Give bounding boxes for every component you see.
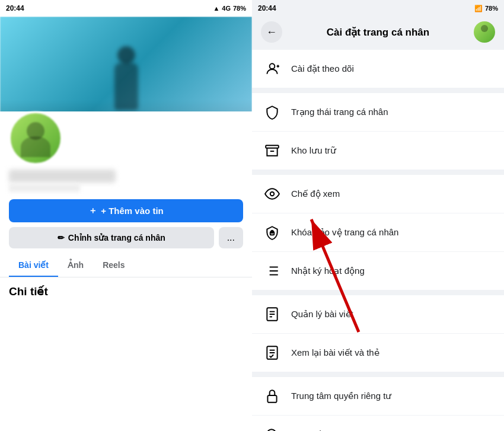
right-wifi-icon: 📶 <box>474 5 483 12</box>
right-panel: 20:44 📶 78% ← Cài đặt trang cá nhân Cài … <box>252 0 504 431</box>
tab-bar: Bài viết Ảnh Reels <box>0 254 252 277</box>
review-posts-label: Xem lại bài viết và thẻ <box>291 347 379 358</box>
divider-4 <box>252 372 504 377</box>
wifi-icon: ▲ <box>213 5 219 12</box>
action-buttons-row: ✏ Chỉnh sửa trang cá nhân ... <box>9 227 243 248</box>
menu-item-storage[interactable]: Kho lưu trữ <box>252 132 504 170</box>
battery-icon: 78% <box>233 5 246 12</box>
network-icon: 4G <box>222 5 231 12</box>
left-status-bar: 20:44 ▲ 4G 78% <box>0 0 252 17</box>
menu-item-profile-status[interactable]: Trạng thái trang cá nhân <box>252 93 504 132</box>
right-status-icons: 📶 78% <box>474 5 498 12</box>
divider-1 <box>252 88 504 93</box>
plus-icon: ＋ <box>88 205 97 216</box>
profile-status-label: Trạng thái trang cá nhân <box>291 107 388 117</box>
profile-name <box>9 170 116 183</box>
search-icon <box>261 424 283 431</box>
svg-rect-3 <box>266 145 279 148</box>
privacy-label: Trung tâm quyền riêng tư <box>291 391 391 401</box>
chinh-sua-label: Chỉnh sửa trang cá nhân <box>68 233 165 242</box>
follow-icon <box>261 58 283 79</box>
right-status-bar: 20:44 📶 78% <box>252 0 504 17</box>
pencil-icon: ✏ <box>58 233 65 242</box>
archive-icon <box>261 140 283 161</box>
menu-item-search[interactable]: Tìm kiếm <box>252 416 504 431</box>
svg-rect-21 <box>267 395 276 403</box>
avatar-container <box>9 111 243 165</box>
tab-anh[interactable]: Ảnh <box>58 254 93 277</box>
storage-label: Kho lưu trữ <box>291 145 336 156</box>
tab-reels[interactable]: Reels <box>93 254 134 277</box>
view-mode-label: Chế độ xem <box>291 189 340 199</box>
document-check-icon <box>261 342 283 363</box>
list-icon <box>261 260 283 282</box>
them-vao-tin-button[interactable]: ＋ + Thêm vào tin <box>9 199 243 222</box>
activity-log-label: Nhật ký hoạt động <box>291 266 365 276</box>
right-time: 20:44 <box>258 4 276 12</box>
manage-posts-label: Quản lý bài viết <box>291 309 353 320</box>
shield-outline-icon <box>261 101 283 123</box>
svg-point-0 <box>270 63 275 69</box>
back-button[interactable]: ← <box>261 21 282 43</box>
menu-item-review-posts[interactable]: Xem lại bài viết và thẻ <box>252 334 504 372</box>
chi-tiet-title: Chi tiết <box>9 285 243 298</box>
header-avatar[interactable] <box>474 21 495 43</box>
them-vao-tin-label: + Thêm vào tin <box>101 206 163 216</box>
menu-item-view-mode[interactable]: Chế độ xem <box>252 175 504 213</box>
left-panel: 20:44 ▲ 4G 78% ＋ + Thêm vào tin ✏ Chỉnh … <box>0 0 252 431</box>
profile-friends <box>9 184 80 192</box>
lock-icon <box>261 385 283 407</box>
tab-bai-viet[interactable]: Bài viết <box>9 254 58 277</box>
menu-item-activity-log[interactable]: Nhật ký hoạt động <box>252 252 504 290</box>
lock-profile-label: Khóa bảo vệ trang cá nhân <box>291 227 398 238</box>
right-battery-icon: 78% <box>485 5 498 12</box>
svg-point-5 <box>270 192 275 196</box>
more-button[interactable]: ... <box>219 227 243 248</box>
menu-item-manage-posts[interactable]: Quản lý bài viết <box>252 295 504 334</box>
back-arrow-icon: ← <box>266 26 277 39</box>
chi-tiet-section: Chi tiết <box>0 277 252 305</box>
menu-list: Cài đặt theo dõi Trạng thái trang cá nhâ… <box>252 50 504 431</box>
menu-item-follow-settings[interactable]: Cài đặt theo dõi <box>252 50 504 88</box>
silhouette <box>109 46 144 117</box>
avatar <box>9 111 62 165</box>
eye-icon <box>261 183 283 205</box>
profile-section: ＋ + Thêm vào tin ✏ Chỉnh sửa trang cá nh… <box>0 111 252 248</box>
left-time: 20:44 <box>6 4 24 12</box>
menu-item-privacy[interactable]: Trung tâm quyền riêng tư <box>252 377 504 416</box>
right-header: ← Cài đặt trang cá nhân <box>252 17 504 50</box>
ellipsis-icon: ... <box>227 232 235 242</box>
menu-item-lock-profile[interactable]: Khóa bảo vệ trang cá nhân <box>252 213 504 252</box>
chinh-sua-button[interactable]: ✏ Chỉnh sửa trang cá nhân <box>9 227 214 248</box>
header-title: Cài đặt trang cá nhân <box>289 26 467 39</box>
lock-shield-icon <box>261 222 283 243</box>
divider-2 <box>252 170 504 175</box>
divider-3 <box>252 290 504 295</box>
follow-settings-label: Cài đặt theo dõi <box>291 63 354 74</box>
document-icon <box>261 304 283 325</box>
left-status-icons: ▲ 4G 78% <box>213 5 246 12</box>
